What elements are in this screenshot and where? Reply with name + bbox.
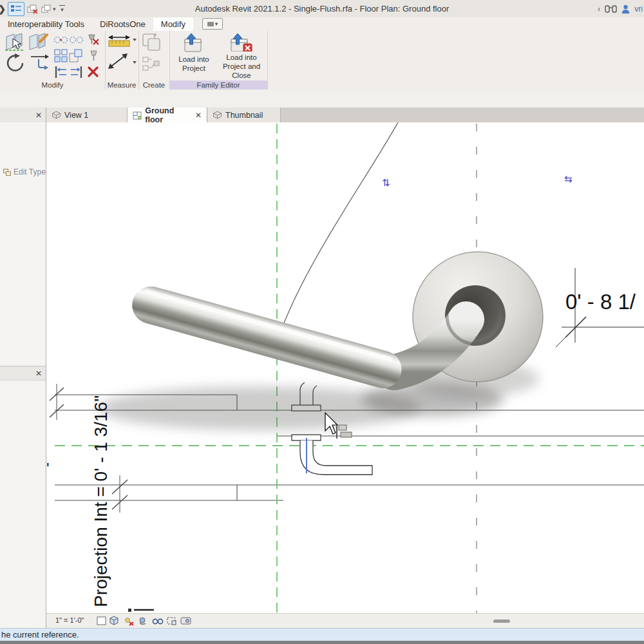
tab-interoperability-tools[interactable]: Interoperability Tools [0,17,92,31]
reveal-hidden-icon[interactable] [181,618,191,624]
load-into-project-and-close-button[interactable]: Load into Project and Close [216,32,267,80]
panel-label-family-editor[interactable]: Family Editor [169,80,267,90]
split-with-gap-icon[interactable] [70,37,83,43]
options-bar [0,90,644,108]
flip-vertical-control[interactable]: ⇅ [382,178,390,187]
select-walls-icon[interactable] [5,33,23,50]
window-bottom-edge [0,641,644,644]
properties-palette-header: ✕ [0,108,46,122]
left-palette-column: ✕ Edit Type ✕ [0,108,46,628]
create-tools [138,31,169,80]
dimension-value-right[interactable]: 0' - 8 1/ [565,290,636,314]
view-tab-bar: View 1 Ground floor ✕ Thumbnail [0,108,644,122]
handle-grip [128,282,406,392]
view-control-icons [97,616,200,627]
array-icon[interactable] [55,50,67,62]
tab-modify[interactable]: Modify [153,17,193,31]
edit-walls-icon[interactable] [30,33,47,50]
panel-measure: Measure [105,31,139,90]
temporary-hide-icon[interactable] [153,619,162,623]
view-scale-button[interactable]: 1" = 1'-0" [55,616,84,624]
measure-ruler-icon[interactable] [108,35,137,47]
panel-icon [207,22,214,26]
collapse-infocenter-icon[interactable]: ‹ [598,4,600,14]
view-tab-ground-floor[interactable]: Ground floor ✕ [128,108,207,122]
ribbon: Modify [0,31,644,91]
offset-icon[interactable] [71,66,81,78]
search-binoculars-icon[interactable] [605,5,617,13]
unpin-icon[interactable] [89,35,99,44]
button-label-line: Load into [178,55,209,64]
pin-icon[interactable] [91,51,97,61]
ribbon-display-toggle[interactable]: ▾ [202,18,223,30]
sun-path-off-icon[interactable] [126,618,133,625]
panel-create: Create [138,31,170,90]
status-message: he current reference. [1,630,79,639]
move-icon[interactable] [31,55,49,70]
title-bar: ❯ ▾ [0,0,644,17]
tab-dirootsone[interactable]: DiRootsOne [92,17,153,31]
view-tab-label: Ground floor [145,106,192,124]
load-into-project-button[interactable]: Load into Project [171,32,216,80]
measure-between-refs-icon[interactable] [108,53,137,69]
open-arrow-icon[interactable]: ❯ [0,3,5,15]
view-tab-thumbnail[interactable]: Thumbnail [207,108,281,122]
dimension-label-rotated[interactable]: im Projection Int = 0' - 1 3/16" [91,395,111,613]
button-label-line: Load into [226,53,256,62]
drawing-area[interactable]: 0' - 8 1/ im Projection Int = 0' - 1 3/1… [46,122,644,613]
horizontal-scrollbar-thumb[interactable] [493,620,510,623]
user-account-icon[interactable] [621,5,630,14]
create-group-icon[interactable] [143,33,160,50]
view-control-bar: 1" = 1'-0" [46,613,644,628]
cursor-tool-badge [337,425,352,439]
close-tab-icon[interactable]: ✕ [195,111,202,120]
load-into-project-and-close-icon [230,33,253,52]
door-handle-photo [98,252,543,430]
switch-windows-icon [41,4,53,14]
close-inactive-views-button[interactable] [27,3,39,15]
caret-down-icon[interactable] [133,39,137,41]
scale-icon[interactable] [70,50,82,62]
create-similar-icon[interactable] [143,57,159,70]
button-label-line: Project [182,64,205,73]
switch-windows-button[interactable]: ▾ [41,3,56,15]
panel-label-create[interactable]: Create [138,80,169,90]
load-into-project-icon [183,33,205,53]
window-title: Autodesk Revit 2021.1.2 - Single-Flush.r… [0,0,644,17]
edit-type-button[interactable]: Edit Type [3,167,46,176]
properties-icon [10,4,23,14]
cube-icon [52,111,61,119]
panel-label-modify[interactable]: Modify [0,80,105,90]
crop-view-icon[interactable] [167,618,176,625]
view-tab-label: View 1 [64,111,88,120]
view-tab-view1[interactable]: View 1 [46,108,128,122]
visual-style-icon[interactable] [97,617,106,625]
status-bar: he current reference. [0,628,644,641]
second-palette-header: ✕ [0,366,46,381]
measure-tools [105,31,138,80]
username-text[interactable]: vri [634,5,643,14]
rotate-icon[interactable] [8,53,23,70]
shadows-icon[interactable] [140,618,146,624]
door-swing-arc[interactable] [279,122,398,335]
cube-icon [213,111,222,119]
customize-qat-button[interactable]: ▾ [59,3,66,15]
split-element-icon[interactable] [55,37,68,43]
flip-horizontal-control[interactable]: ⇆ [564,174,573,184]
close-palette-icon[interactable]: ✕ [35,111,42,120]
ribbon-tab-bar: Interoperability Tools DiRootsOne Modify… [0,17,644,31]
floor-plan-icon [133,111,142,120]
caret-down-icon: ▾ [53,6,56,12]
shaded-view-icon[interactable] [110,616,118,625]
delete-icon[interactable] [89,68,97,76]
properties-toggle-button[interactable] [8,2,24,16]
caret-down-icon: ▾ [215,21,218,27]
view-tab-label: Thumbnail [225,111,263,120]
panel-family-editor: Load into Project Load into Project and … [169,31,268,90]
caret-down-icon[interactable] [133,61,137,64]
align-icon[interactable] [56,66,66,78]
modify-tools [0,31,105,80]
panel-label-measure[interactable]: Measure [105,80,138,90]
stray-tick-mark: ' [46,460,50,478]
close-palette-icon[interactable]: ✕ [35,369,42,378]
